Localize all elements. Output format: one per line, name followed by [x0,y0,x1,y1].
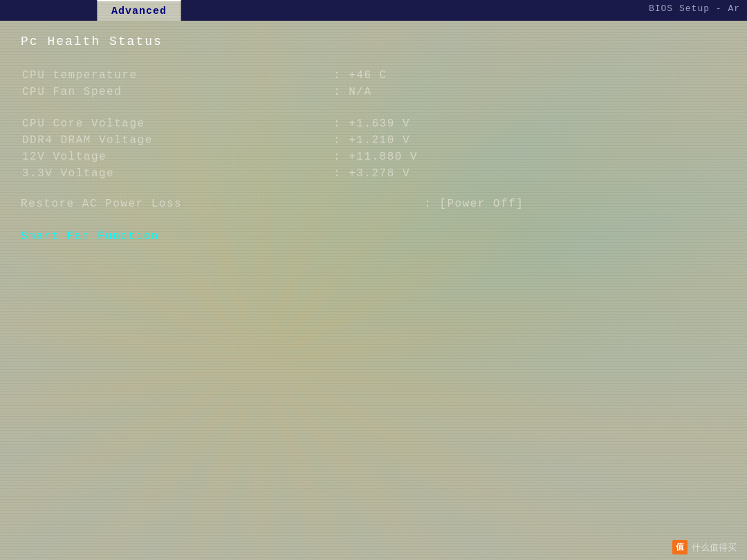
cpu-voltage-label: CPU Core Voltage [22,118,333,130]
12v-voltage-label: 12V Voltage [22,151,333,163]
table-row: DDR4 DRAM Voltage +1.210 V [22,132,725,149]
tab-advanced[interactable]: Advanced [97,0,181,21]
watermark-icon: 值 [672,540,688,554]
cpu-fan-label: CPU Fan Speed [22,86,333,98]
group-spacer-1 [21,102,726,114]
table-row: CPU Core Voltage +1.639 V [22,115,725,132]
ddr4-voltage-value: +1.210 V [333,134,410,147]
12v-voltage-value: +11.880 V [333,151,418,163]
cpu-temp-value: +46 C [333,69,387,82]
top-right-label: BIOS Setup - Ar [649,3,740,14]
table-row: CPU Fan Speed N/A [22,84,725,100]
top-navigation-bar: Advanced BIOS Setup - Ar [0,0,747,21]
cpu-fan-value: N/A [333,86,372,98]
table-row: CPU temperature +46 C [22,67,725,84]
restore-ac-row[interactable]: Restore AC Power Loss [Power Off] [21,196,726,212]
voltage-table: CPU Core Voltage +1.639 V DDR4 DRAM Volt… [21,114,726,183]
33v-voltage-label: 3.3V Voltage [22,167,333,180]
cpu-voltage-value: +1.639 V [333,118,410,130]
restore-ac-value: [Power Off] [424,198,524,210]
main-content-area: Pc Health Status CPU temperature +46 C C… [0,21,747,525]
health-status-table: CPU temperature +46 C CPU Fan Speed N/A [21,66,726,102]
smart-fan-row[interactable]: Smart Fan Function [21,230,726,243]
watermark-site: 什么值得买 [692,541,737,554]
table-row: 12V Voltage +11.880 V [22,149,725,165]
group-spacer-3 [21,215,726,227]
section-title: Pc Health Status [21,35,726,48]
table-row: 3.3V Voltage +3.278 V [22,165,725,182]
smart-fan-label[interactable]: Smart Fan Function [21,230,159,243]
restore-ac-label: Restore AC Power Loss [21,198,182,210]
33v-voltage-value: +3.278 V [333,167,410,180]
watermark: 值 什么值得买 [672,540,737,554]
group-spacer-2 [21,183,726,196]
cpu-temp-label: CPU temperature [22,69,333,82]
ddr4-voltage-label: DDR4 DRAM Voltage [22,134,333,147]
